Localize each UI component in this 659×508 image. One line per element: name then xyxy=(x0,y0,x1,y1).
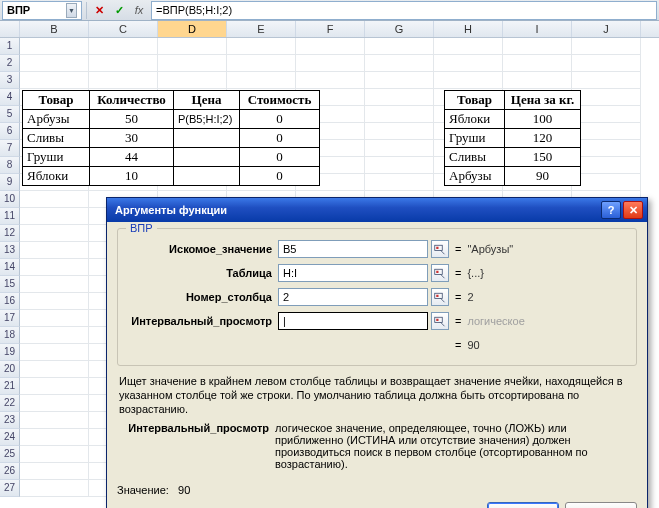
cell[interactable] xyxy=(503,55,572,72)
cell[interactable] xyxy=(20,446,89,463)
range-selector-button[interactable] xyxy=(431,240,449,258)
dialog-help-button[interactable]: ? xyxy=(601,201,621,219)
argument-input[interactable]: | xyxy=(278,312,428,330)
cell-cost[interactable]: 0 xyxy=(240,129,320,148)
cell[interactable] xyxy=(20,38,89,55)
cell[interactable] xyxy=(20,259,89,276)
cell[interactable] xyxy=(365,55,434,72)
row-header[interactable]: 10 xyxy=(0,191,20,208)
cell-qty[interactable]: 10 xyxy=(90,167,174,186)
cell[interactable] xyxy=(365,72,434,89)
name-box-dropdown-icon[interactable]: ▼ xyxy=(66,3,77,18)
cell[interactable] xyxy=(296,55,365,72)
row-header[interactable]: 21 xyxy=(0,378,20,395)
cell-price[interactable]: 150 xyxy=(505,148,581,167)
formula-input[interactable]: =ВПР(B5;H:I;2) xyxy=(151,1,657,20)
cell-price[interactable] xyxy=(174,129,240,148)
cell-product[interactable]: Сливы xyxy=(23,129,90,148)
cell[interactable] xyxy=(365,123,434,140)
cell[interactable] xyxy=(572,38,641,55)
cell[interactable] xyxy=(365,38,434,55)
cell[interactable] xyxy=(20,293,89,310)
cell[interactable] xyxy=(20,412,89,429)
row-header[interactable]: 2 xyxy=(0,55,20,72)
cell[interactable] xyxy=(89,55,158,72)
cell-product[interactable]: Груши xyxy=(445,129,505,148)
cell[interactable] xyxy=(20,378,89,395)
row-header[interactable]: 17 xyxy=(0,310,20,327)
cell-qty[interactable]: 44 xyxy=(90,148,174,167)
cell[interactable] xyxy=(227,72,296,89)
cell[interactable] xyxy=(20,72,89,89)
column-header-H[interactable]: H xyxy=(434,21,503,37)
cell[interactable] xyxy=(20,327,89,344)
cell[interactable] xyxy=(572,55,641,72)
cell[interactable] xyxy=(158,72,227,89)
cell-qty[interactable]: 30 xyxy=(90,129,174,148)
cell[interactable] xyxy=(20,429,89,446)
row-header[interactable]: 22 xyxy=(0,395,20,412)
range-selector-button[interactable] xyxy=(431,288,449,306)
cell[interactable] xyxy=(158,55,227,72)
cell[interactable] xyxy=(20,242,89,259)
column-header-J[interactable]: J xyxy=(572,21,641,37)
select-all-corner[interactable] xyxy=(0,21,20,37)
range-selector-button[interactable] xyxy=(431,264,449,282)
row-header[interactable]: 11 xyxy=(0,208,20,225)
cell-product[interactable]: Груши xyxy=(23,148,90,167)
cell-qty[interactable]: 50 xyxy=(90,110,174,129)
cell[interactable] xyxy=(572,72,641,89)
row-header[interactable]: 8 xyxy=(0,157,20,174)
cell-price[interactable] xyxy=(174,148,240,167)
row-header[interactable]: 9 xyxy=(0,174,20,191)
cell[interactable] xyxy=(20,208,89,225)
cell[interactable] xyxy=(20,344,89,361)
cell[interactable] xyxy=(227,38,296,55)
cell-price[interactable]: 100 xyxy=(505,110,581,129)
cell[interactable] xyxy=(158,38,227,55)
cell[interactable] xyxy=(572,140,641,157)
cell-cost[interactable]: 0 xyxy=(240,110,320,129)
cell[interactable] xyxy=(20,395,89,412)
cell[interactable] xyxy=(89,38,158,55)
column-header-E[interactable]: E xyxy=(227,21,296,37)
cell[interactable] xyxy=(572,157,641,174)
cell-cost[interactable]: 0 xyxy=(240,167,320,186)
row-header[interactable]: 1 xyxy=(0,38,20,55)
cell[interactable] xyxy=(572,174,641,191)
cell-product[interactable]: Сливы xyxy=(445,148,505,167)
cell[interactable] xyxy=(572,89,641,106)
cell[interactable] xyxy=(572,123,641,140)
argument-input[interactable]: B5 xyxy=(278,240,428,258)
row-header[interactable]: 23 xyxy=(0,412,20,429)
ok-button[interactable]: OK xyxy=(487,502,559,508)
column-header-C[interactable]: C xyxy=(89,21,158,37)
row-header[interactable]: 14 xyxy=(0,259,20,276)
cell-price[interactable]: 90 xyxy=(505,167,581,186)
cell[interactable] xyxy=(227,55,296,72)
cell[interactable] xyxy=(365,140,434,157)
column-header-B[interactable]: B xyxy=(20,21,89,37)
cell[interactable] xyxy=(434,38,503,55)
row-header[interactable]: 27 xyxy=(0,480,20,497)
row-header[interactable]: 12 xyxy=(0,225,20,242)
cell[interactable] xyxy=(20,480,89,497)
name-box[interactable]: ВПР ▼ xyxy=(2,1,82,20)
column-header-I[interactable]: I xyxy=(503,21,572,37)
cell[interactable] xyxy=(20,361,89,378)
cell[interactable] xyxy=(503,72,572,89)
cell[interactable] xyxy=(20,225,89,242)
row-header[interactable]: 3 xyxy=(0,72,20,89)
row-header[interactable]: 24 xyxy=(0,429,20,446)
cell[interactable] xyxy=(20,276,89,293)
cell[interactable] xyxy=(434,55,503,72)
cell[interactable] xyxy=(296,38,365,55)
cancel-button[interactable]: Отмена xyxy=(565,502,637,508)
range-selector-button[interactable] xyxy=(431,312,449,330)
column-header-G[interactable]: G xyxy=(365,21,434,37)
row-header[interactable]: 7 xyxy=(0,140,20,157)
cell[interactable] xyxy=(434,72,503,89)
cell-price[interactable]: Р(B5;H:I;2) xyxy=(174,110,240,129)
cell[interactable] xyxy=(503,38,572,55)
cell[interactable] xyxy=(20,191,89,208)
